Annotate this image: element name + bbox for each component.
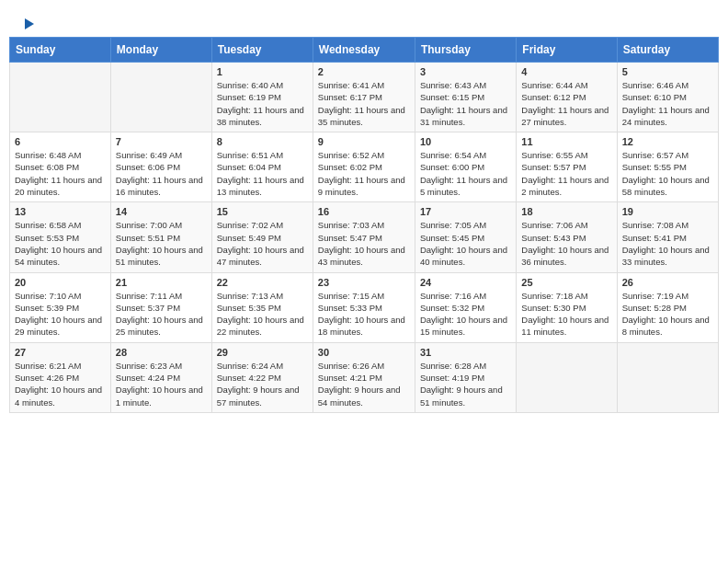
logo-arrow-icon xyxy=(25,18,34,29)
day-number: 14 xyxy=(116,206,207,217)
calendar-cell: 16 Sunrise: 7:03 AMSunset: 5:47 PMDaylig… xyxy=(313,202,415,272)
day-number: 24 xyxy=(420,277,511,288)
calendar-cell: 29 Sunrise: 6:24 AMSunset: 4:22 PMDaylig… xyxy=(211,342,313,412)
day-number: 21 xyxy=(116,277,207,288)
day-number: 27 xyxy=(15,347,106,358)
day-info: Sunrise: 7:06 AMSunset: 5:43 PMDaylight:… xyxy=(521,219,611,268)
weekday-header-saturday: Saturday xyxy=(617,38,718,63)
day-info: Sunrise: 6:21 AMSunset: 4:26 PMDaylight:… xyxy=(15,360,106,408)
day-number: 12 xyxy=(622,136,713,147)
day-number: 23 xyxy=(318,277,410,288)
day-info: Sunrise: 7:19 AMSunset: 5:28 PMDaylight:… xyxy=(622,290,713,339)
day-info: Sunrise: 7:00 AMSunset: 5:51 PMDaylight:… xyxy=(116,219,207,268)
day-info: Sunrise: 7:18 AMSunset: 5:30 PMDaylight:… xyxy=(521,290,611,339)
day-info: Sunrise: 6:54 AMSunset: 6:00 PMDaylight:… xyxy=(420,149,511,198)
calendar-cell: 6 Sunrise: 6:48 AMSunset: 6:08 PMDayligh… xyxy=(10,132,111,202)
day-number: 11 xyxy=(521,136,611,147)
calendar-week-3: 13 Sunrise: 6:58 AMSunset: 5:53 PMDaylig… xyxy=(10,202,719,272)
day-info: Sunrise: 7:03 AMSunset: 5:47 PMDaylight:… xyxy=(318,219,410,268)
calendar-cell xyxy=(617,342,718,412)
page-header xyxy=(0,0,728,37)
day-info: Sunrise: 7:02 AMSunset: 5:49 PMDaylight:… xyxy=(217,219,308,268)
calendar-cell: 8 Sunrise: 6:51 AMSunset: 6:04 PMDayligh… xyxy=(211,132,313,202)
day-info: Sunrise: 6:52 AMSunset: 6:02 PMDaylight:… xyxy=(318,149,410,198)
calendar-cell xyxy=(517,342,617,412)
calendar-week-2: 6 Sunrise: 6:48 AMSunset: 6:08 PMDayligh… xyxy=(10,132,719,202)
calendar-table: SundayMondayTuesdayWednesdayThursdayFrid… xyxy=(9,37,719,413)
calendar-cell: 18 Sunrise: 7:06 AMSunset: 5:43 PMDaylig… xyxy=(517,202,617,272)
day-info: Sunrise: 6:51 AMSunset: 6:04 PMDaylight:… xyxy=(217,149,308,198)
calendar-cell xyxy=(10,63,111,132)
day-number: 29 xyxy=(217,347,308,358)
day-number: 26 xyxy=(622,277,713,288)
day-number: 22 xyxy=(217,277,308,288)
day-number: 5 xyxy=(622,66,713,77)
calendar-cell: 2 Sunrise: 6:41 AMSunset: 6:17 PMDayligh… xyxy=(313,63,415,132)
calendar-cell: 3 Sunrise: 6:43 AMSunset: 6:15 PMDayligh… xyxy=(415,63,516,132)
calendar-cell xyxy=(110,63,211,132)
day-number: 9 xyxy=(318,136,410,147)
calendar-cell: 4 Sunrise: 6:44 AMSunset: 6:12 PMDayligh… xyxy=(517,63,617,132)
calendar-cell: 1 Sunrise: 6:40 AMSunset: 6:19 PMDayligh… xyxy=(211,63,313,132)
day-info: Sunrise: 6:41 AMSunset: 6:17 PMDaylight:… xyxy=(318,79,410,128)
calendar-cell: 26 Sunrise: 7:19 AMSunset: 5:28 PMDaylig… xyxy=(617,272,718,342)
day-number: 6 xyxy=(15,136,106,147)
calendar-cell: 23 Sunrise: 7:15 AMSunset: 5:33 PMDaylig… xyxy=(313,272,415,342)
day-info: Sunrise: 7:10 AMSunset: 5:39 PMDaylight:… xyxy=(15,290,106,339)
calendar-cell: 15 Sunrise: 7:02 AMSunset: 5:49 PMDaylig… xyxy=(211,202,313,272)
day-number: 15 xyxy=(217,206,308,217)
day-info: Sunrise: 6:49 AMSunset: 6:06 PMDaylight:… xyxy=(116,149,207,198)
day-info: Sunrise: 6:48 AMSunset: 6:08 PMDaylight:… xyxy=(15,149,106,198)
day-info: Sunrise: 6:44 AMSunset: 6:12 PMDaylight:… xyxy=(521,79,611,128)
calendar-cell: 31 Sunrise: 6:28 AMSunset: 4:19 PMDaylig… xyxy=(415,342,516,412)
calendar-cell: 9 Sunrise: 6:52 AMSunset: 6:02 PMDayligh… xyxy=(313,132,415,202)
calendar-cell: 12 Sunrise: 6:57 AMSunset: 5:55 PMDaylig… xyxy=(617,132,718,202)
day-info: Sunrise: 6:43 AMSunset: 6:15 PMDaylight:… xyxy=(420,79,511,128)
weekday-header-thursday: Thursday xyxy=(415,38,516,63)
day-info: Sunrise: 7:05 AMSunset: 5:45 PMDaylight:… xyxy=(420,219,511,268)
day-info: Sunrise: 7:08 AMSunset: 5:41 PMDaylight:… xyxy=(622,219,713,268)
calendar-cell: 14 Sunrise: 7:00 AMSunset: 5:51 PMDaylig… xyxy=(110,202,211,272)
calendar-week-4: 20 Sunrise: 7:10 AMSunset: 5:39 PMDaylig… xyxy=(10,272,719,342)
day-number: 4 xyxy=(521,66,611,77)
day-number: 8 xyxy=(217,136,308,147)
weekday-header-friday: Friday xyxy=(517,38,617,63)
calendar-cell: 5 Sunrise: 6:46 AMSunset: 6:10 PMDayligh… xyxy=(617,63,718,132)
calendar-cell: 20 Sunrise: 7:10 AMSunset: 5:39 PMDaylig… xyxy=(10,272,111,342)
weekday-header-sunday: Sunday xyxy=(10,38,111,63)
day-number: 2 xyxy=(318,66,410,77)
day-info: Sunrise: 6:23 AMSunset: 4:24 PMDaylight:… xyxy=(116,360,207,408)
day-number: 20 xyxy=(15,277,106,288)
day-info: Sunrise: 7:13 AMSunset: 5:35 PMDaylight:… xyxy=(217,290,308,339)
calendar-cell: 21 Sunrise: 7:11 AMSunset: 5:37 PMDaylig… xyxy=(110,272,211,342)
day-info: Sunrise: 6:46 AMSunset: 6:10 PMDaylight:… xyxy=(622,79,713,128)
day-number: 3 xyxy=(420,66,511,77)
day-info: Sunrise: 7:16 AMSunset: 5:32 PMDaylight:… xyxy=(420,290,511,339)
day-info: Sunrise: 6:58 AMSunset: 5:53 PMDaylight:… xyxy=(15,219,106,268)
calendar-body: 1 Sunrise: 6:40 AMSunset: 6:19 PMDayligh… xyxy=(10,63,719,413)
calendar-week-1: 1 Sunrise: 6:40 AMSunset: 6:19 PMDayligh… xyxy=(10,63,719,132)
day-number: 16 xyxy=(318,206,410,217)
calendar-cell: 25 Sunrise: 7:18 AMSunset: 5:30 PMDaylig… xyxy=(517,272,617,342)
calendar-cell: 17 Sunrise: 7:05 AMSunset: 5:45 PMDaylig… xyxy=(415,202,516,272)
logo xyxy=(22,17,34,29)
calendar-week-5: 27 Sunrise: 6:21 AMSunset: 4:26 PMDaylig… xyxy=(10,342,719,412)
day-number: 17 xyxy=(420,206,511,217)
calendar-cell: 13 Sunrise: 6:58 AMSunset: 5:53 PMDaylig… xyxy=(10,202,111,272)
day-info: Sunrise: 6:40 AMSunset: 6:19 PMDaylight:… xyxy=(217,79,308,128)
calendar-cell: 27 Sunrise: 6:21 AMSunset: 4:26 PMDaylig… xyxy=(10,342,111,412)
day-info: Sunrise: 7:11 AMSunset: 5:37 PMDaylight:… xyxy=(116,290,207,339)
day-number: 28 xyxy=(116,347,207,358)
day-info: Sunrise: 6:57 AMSunset: 5:55 PMDaylight:… xyxy=(622,149,713,198)
calendar-cell: 22 Sunrise: 7:13 AMSunset: 5:35 PMDaylig… xyxy=(211,272,313,342)
day-number: 1 xyxy=(217,66,308,77)
day-number: 30 xyxy=(318,347,410,358)
calendar-cell: 11 Sunrise: 6:55 AMSunset: 5:57 PMDaylig… xyxy=(517,132,617,202)
day-number: 10 xyxy=(420,136,511,147)
calendar-header: SundayMondayTuesdayWednesdayThursdayFrid… xyxy=(10,38,719,63)
calendar-wrap: SundayMondayTuesdayWednesdayThursdayFrid… xyxy=(0,37,728,422)
calendar-cell: 24 Sunrise: 7:16 AMSunset: 5:32 PMDaylig… xyxy=(415,272,516,342)
calendar-cell: 7 Sunrise: 6:49 AMSunset: 6:06 PMDayligh… xyxy=(110,132,211,202)
day-info: Sunrise: 6:55 AMSunset: 5:57 PMDaylight:… xyxy=(521,149,611,198)
day-number: 7 xyxy=(116,136,207,147)
